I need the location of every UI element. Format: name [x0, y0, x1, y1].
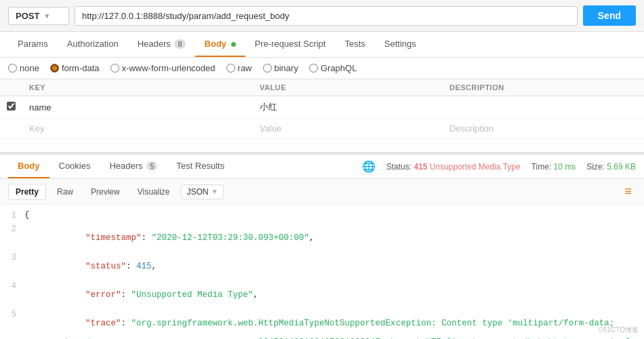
placeholder-key[interactable]: Key [22, 119, 253, 139]
tab-body[interactable]: Body [195, 32, 245, 57]
col-key-header: KEY [22, 79, 253, 96]
url-input[interactable] [75, 6, 578, 26]
code-line-1: 1 { [0, 210, 644, 224]
res-tab-body[interactable]: Body [8, 155, 49, 178]
tab-settings[interactable]: Settings [375, 32, 426, 57]
body-type-graphql[interactable]: GraphQL [309, 63, 357, 73]
body-type-none[interactable]: none [8, 63, 39, 73]
res-headers-badge: 5 [146, 161, 157, 171]
format-bar: Pretty Raw Preview Visualize JSON ▼ ≡ [0, 179, 644, 205]
col-value-header: VALUE [253, 79, 443, 96]
status-label: Status: 415 Unsupported Media Type [386, 162, 521, 172]
body-type-form-data[interactable]: form-data [50, 63, 100, 73]
globe-icon: 🌐 [362, 160, 376, 173]
code-line-3: 3 "status": 415, [0, 252, 644, 281]
response-section: Body Cookies Headers 5 Test Results 🌐 St… [0, 153, 644, 339]
method-label: POST [16, 11, 39, 21]
col-desc-header: DESCRIPTION [443, 79, 644, 96]
response-tabs: Body Cookies Headers 5 Test Results 🌐 St… [0, 155, 644, 179]
format-pretty-btn[interactable]: Pretty [8, 184, 46, 200]
body-type-binary[interactable]: binary [263, 63, 298, 73]
send-button[interactable]: Send [583, 5, 636, 26]
tab-pre-request-script[interactable]: Pre-request Script [245, 32, 336, 57]
format-type-select[interactable]: JSON ▼ [181, 184, 224, 199]
row-checkbox[interactable] [7, 102, 16, 111]
code-line-4: 4 "error": "Unsupported Media Type", [0, 281, 644, 309]
format-raw-btn[interactable]: Raw [50, 184, 80, 199]
tab-params[interactable]: Params [8, 32, 58, 57]
url-bar: POST ▼ Send [0, 0, 644, 32]
time-label: Time: 10 ms [531, 162, 576, 172]
wrap-icon[interactable]: ≡ [620, 183, 636, 200]
col-check-header [0, 79, 22, 96]
size-label: Size: 5.69 KB [586, 162, 636, 172]
tab-tests[interactable]: Tests [335, 32, 374, 57]
body-active-dot [231, 42, 236, 47]
placeholder-description[interactable]: Description [443, 119, 644, 139]
format-visualize-btn[interactable]: Visualize [131, 184, 177, 199]
format-preview-btn[interactable]: Preview [84, 184, 127, 199]
method-select[interactable]: POST ▼ [8, 7, 69, 25]
table-row: name 小红 [0, 96, 644, 119]
code-line-2: 2 "timestamp": "2020-12-12T03:29:30.093+… [0, 224, 644, 252]
tab-authorization[interactable]: Authorization [58, 32, 128, 57]
body-type-row: none form-data x-www-form-urlencoded raw… [0, 58, 644, 79]
tab-headers[interactable]: Headers 8 [128, 32, 195, 57]
format-caret-icon: ▼ [212, 188, 218, 195]
method-caret-icon: ▼ [43, 12, 50, 20]
spacer [0, 139, 644, 153]
res-tab-test-results[interactable]: Test Results [167, 155, 234, 178]
headers-badge: 8 [174, 39, 185, 49]
placeholder-value[interactable]: Value [253, 119, 443, 139]
params-table: KEY VALUE DESCRIPTION name 小红 Key Value … [0, 79, 644, 139]
res-tab-cookies[interactable]: Cookies [49, 155, 100, 178]
request-tabs: Params Authorization Headers 8 Body Pre-… [0, 32, 644, 58]
code-area: 1 { 2 "timestamp": "2020-12-12T03:29:30.… [0, 205, 644, 339]
format-type-label: JSON [187, 187, 209, 197]
row-key[interactable]: name [22, 96, 253, 119]
body-type-urlencoded[interactable]: x-www-form-urlencoded [110, 63, 216, 73]
res-tab-headers[interactable]: Headers 5 [100, 155, 167, 178]
response-status-bar: 🌐 Status: 415 Unsupported Media Type Tim… [362, 160, 636, 173]
row-value[interactable]: 小红 [253, 96, 443, 119]
watermark: ©51CTO博客 [599, 325, 639, 335]
row-description[interactable] [443, 96, 644, 119]
table-placeholder-row: Key Value Description [0, 119, 644, 139]
body-type-raw[interactable]: raw [226, 63, 252, 73]
code-line-5: 5 "trace": "org.springframework.web.Http… [0, 309, 644, 338]
